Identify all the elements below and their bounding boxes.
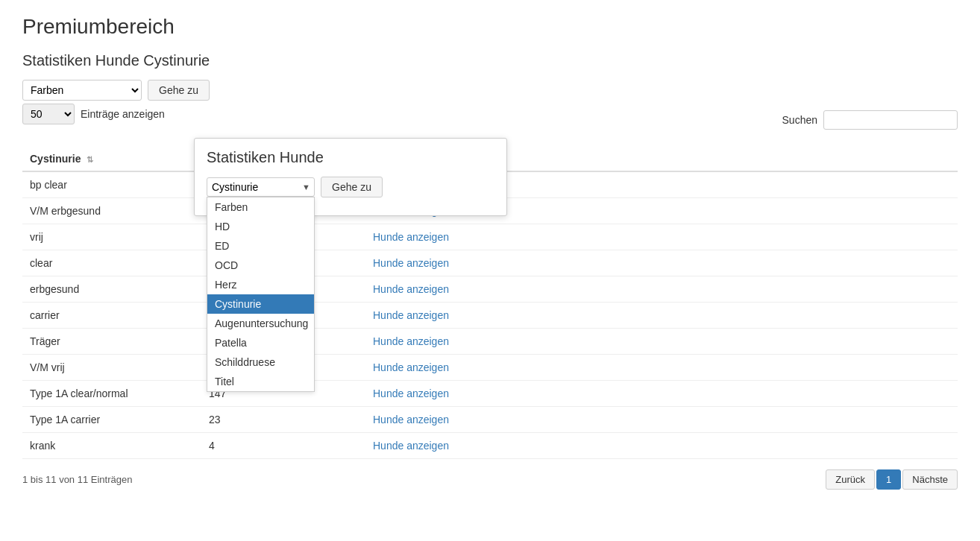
table-row: krank 4 Hunde anzeigen — [22, 433, 958, 459]
cell-cystinurie: V/M vrij — [22, 355, 201, 381]
dropdown-item[interactable]: Herz — [207, 275, 314, 294]
overlay-controls: FarbenHDEDOCDHerzCystinurieAugenuntersuc… — [207, 177, 494, 197]
next-button[interactable]: Nächste — [902, 469, 958, 490]
cell-cystinurie: Träger — [22, 329, 201, 355]
main-category-select[interactable]: FarbenHDEDOCDHerzCystinurieAugenuntersuc… — [22, 80, 142, 101]
cell-cystinurie: clear — [22, 250, 201, 276]
anzeigen-link[interactable]: Hunde anzeigen — [373, 257, 449, 269]
overlay-category-select[interactable]: FarbenHDEDOCDHerzCystinurieAugenuntersuc… — [207, 177, 315, 197]
dropdown-item[interactable]: Augenuntersuchung — [207, 314, 314, 333]
dropdown-item[interactable]: Patella — [207, 333, 314, 352]
anzeigen-link[interactable]: Hunde anzeigen — [373, 361, 449, 373]
cell-cystinurie: Type 1A clear/normal — [22, 381, 201, 407]
table-row: V/M vrij 328 Hunde anzeigen — [22, 355, 958, 381]
search-row: Suchen — [782, 110, 958, 130]
anzeigen-link[interactable]: Hunde anzeigen — [373, 283, 449, 295]
cell-anzeigen[interactable]: Hunde anzeigen — [365, 303, 958, 329]
cell-anzeigen[interactable]: Hunde anzeigen — [365, 381, 958, 407]
search-label: Suchen — [782, 114, 817, 126]
cell-anzeigen[interactable]: Hunde anzeigen — [365, 224, 958, 250]
anzeigen-link[interactable]: Hunde anzeigen — [373, 440, 449, 452]
overlay-select-wrap: FarbenHDEDOCDHerzCystinurieAugenuntersuc… — [207, 177, 315, 197]
anzeigen-link[interactable]: Hunde anzeigen — [373, 414, 449, 425]
entries-per-page-select[interactable]: 102550100 — [22, 104, 75, 124]
dropdown-item[interactable]: HD — [207, 217, 314, 236]
search-input[interactable] — [823, 110, 958, 130]
table-row: carrier 758 Hunde anzeigen — [22, 303, 958, 329]
cell-anzeigen[interactable]: Hunde anzeigen — [365, 355, 958, 381]
cell-cystinurie: Type 1A carrier — [22, 407, 201, 433]
cell-anzahl: 23 — [201, 407, 365, 433]
cell-anzeigen[interactable]: Hunde anzeigen — [365, 250, 958, 276]
pagination-row: 1 bis 11 von 11 Einträgen Zurück 1 Nächs… — [22, 469, 958, 490]
dropdown-item[interactable]: Cystinurie — [207, 294, 314, 314]
anzeigen-link[interactable]: Hunde anzeigen — [373, 231, 449, 243]
cell-cystinurie: carrier — [22, 303, 201, 329]
overlay-title: Statistiken Hunde — [207, 149, 494, 166]
dropdown-item[interactable]: ED — [207, 236, 314, 256]
main-goto-button[interactable]: Gehe zu — [148, 80, 210, 101]
table-row: Träger 339 Hunde anzeigen — [22, 329, 958, 355]
anzeigen-link[interactable]: Hunde anzeigen — [373, 387, 449, 399]
overlay-dropdown-list: FarbenHDEDOCDHerzCystinurieAugenuntersuc… — [207, 197, 315, 392]
back-button[interactable]: Zurück — [826, 469, 875, 490]
page-title: Premiumbereich — [22, 15, 958, 39]
anzeigen-link[interactable]: Hunde anzeigen — [373, 309, 449, 321]
entries-row: 102550100 Einträge anzeigen — [22, 104, 165, 124]
dropdown-item[interactable]: Titel — [207, 372, 314, 391]
cell-anzeigen[interactable]: Hunde anzeigen — [365, 433, 958, 459]
anzeigen-link[interactable]: Hunde anzeigen — [373, 335, 449, 347]
overlay-panel: Statistiken Hunde FarbenHDEDOCDHerzCysti… — [194, 138, 507, 216]
cell-anzahl: 4 — [201, 433, 365, 459]
entries-label: Einträge anzeigen — [81, 108, 165, 120]
pagination-info: 1 bis 11 von 11 Einträgen — [22, 474, 132, 485]
page-subtitle: Statistiken Hunde Cystinurie — [22, 52, 958, 69]
main-controls-row: FarbenHDEDOCDHerzCystinurieAugenuntersuc… — [22, 80, 958, 101]
cell-cystinurie: erbgesund — [22, 276, 201, 303]
cell-cystinurie: vrij — [22, 224, 201, 250]
overlay-goto-button[interactable]: Gehe zu — [321, 177, 383, 197]
pagination-buttons: Zurück 1 Nächste — [826, 469, 958, 490]
main-select-wrap: FarbenHDEDOCDHerzCystinurieAugenuntersuc… — [22, 80, 142, 101]
sort-icon-cystinurie: ⇅ — [87, 155, 93, 165]
cell-anzeigen[interactable]: Hunde anzeigen — [365, 407, 958, 433]
col-header-cystinurie[interactable]: Cystinurie ⇅ — [22, 147, 201, 171]
table-row: clear 3721 Hunde anzeigen — [22, 250, 958, 276]
cell-anzeigen[interactable]: Hunde anzeigen — [365, 329, 958, 355]
table-row: vrij 4061 Hunde anzeigen — [22, 224, 958, 250]
dropdown-item[interactable]: Farben — [207, 197, 314, 217]
table-row: Type 1A clear/normal 147 Hunde anzeigen — [22, 381, 958, 407]
cell-cystinurie: krank — [22, 433, 201, 459]
cell-cystinurie: V/M erbgesund — [22, 198, 201, 224]
cell-cystinurie: bp clear — [22, 171, 201, 198]
table-row: Type 1A carrier 23 Hunde anzeigen — [22, 407, 958, 433]
cell-anzeigen[interactable]: Hunde anzeigen — [365, 276, 958, 303]
dropdown-item[interactable]: OCD — [207, 256, 314, 275]
dropdown-item[interactable]: Schilddruese — [207, 352, 314, 372]
table-row: erbgesund 1111 Hunde anzeigen — [22, 276, 958, 303]
page-1-button[interactable]: 1 — [876, 469, 901, 490]
